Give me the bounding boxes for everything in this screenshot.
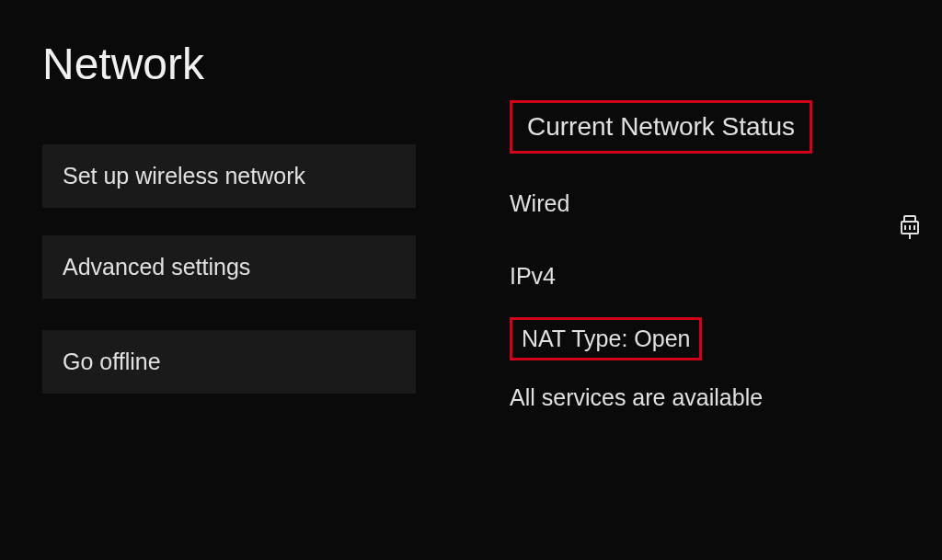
status-column: Current Network Status Wired IPv4 NAT Ty… — [442, 144, 942, 421]
nat-type-label: NAT Type: Open — [510, 317, 702, 360]
ethernet-icon — [900, 214, 920, 244]
services-status-label: All services are available — [510, 381, 942, 415]
content-area: Set up wireless network Advanced setting… — [0, 144, 942, 421]
menu-item-go-offline[interactable]: Go offline — [42, 330, 416, 394]
page-title: Network — [0, 0, 942, 89]
menu-column: Set up wireless network Advanced setting… — [0, 144, 442, 421]
menu-item-advanced-settings[interactable]: Advanced settings — [42, 235, 416, 299]
protocol-label: IPv4 — [510, 259, 942, 293]
connection-type-label: Wired — [510, 187, 942, 221]
menu-item-wireless-setup[interactable]: Set up wireless network — [42, 144, 416, 208]
network-status-heading: Current Network Status — [510, 100, 812, 154]
